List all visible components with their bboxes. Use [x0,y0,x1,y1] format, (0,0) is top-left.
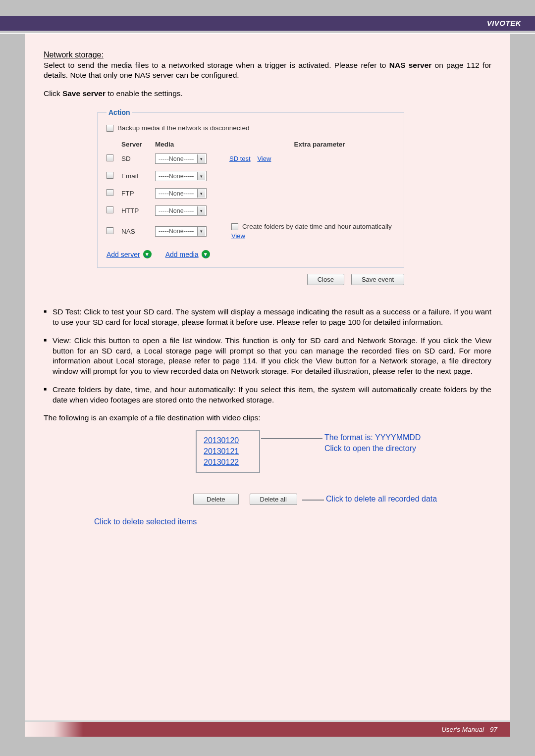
http-media-select[interactable]: -----None----- [155,205,207,216]
dir-link[interactable]: 20130122 [204,458,252,467]
http-label: HTTP [121,207,155,214]
annotation-open-dir: Click to open the directory [324,444,416,453]
footer-page-label: User's Manual - 97 [441,726,497,733]
server-row-sd: SD -----None----- SD test View [107,150,395,167]
sd-checkbox[interactable] [107,154,113,161]
delete-all-button[interactable]: Delete all [250,494,297,505]
nas-checkbox[interactable] [107,227,113,234]
chevron-down-icon [197,206,205,215]
sd-test-link[interactable]: SD test [229,155,251,162]
example-lead: The following is an example of a file de… [44,413,491,423]
server-row-ftp: FTP -----None----- [107,185,395,202]
chevron-down-icon [197,172,205,180]
table-header: Server Media Extra parameter [107,139,395,150]
server-row-email: Email -----None----- [107,167,395,185]
bullet-sd-test: SD Test: Click to test your SD card. The… [44,307,491,328]
annotation-format: The format is: YYYYMMDD [324,433,421,442]
dir-link[interactable]: 20130121 [204,447,252,456]
nas-media-select[interactable]: -----None----- [155,226,207,237]
email-label: Email [121,172,155,180]
action-fieldset: Action Backup media if the network is di… [97,108,404,268]
directory-list-box: 20130120 20130121 20130122 [196,430,260,473]
chevron-down-icon [197,154,205,163]
email-media-select[interactable]: -----None----- [155,171,207,181]
bullet-create-folders: Create folders by date, time, and hour a… [44,385,491,405]
brand-label: VIVOTEK [487,19,521,27]
sd-view-link[interactable]: View [257,155,271,162]
add-server-link[interactable]: Add server [107,250,152,258]
nas-view-link[interactable]: View [231,232,245,240]
chevron-down-icon [197,189,205,198]
ftp-checkbox[interactable] [107,189,113,196]
delete-button[interactable]: Delete [193,494,239,505]
save-event-button[interactable]: Save event [351,274,404,285]
sd-label: SD [121,155,155,162]
annotation-delete-all: Click to delete all recorded data [326,495,437,504]
backup-checkbox[interactable] [107,125,113,132]
network-storage-heading: Network storage: [44,50,491,59]
connector-line [261,438,322,439]
add-media-link[interactable]: Add media [165,250,210,258]
nas-label: NAS [121,228,155,235]
chevron-down-icon [202,250,210,258]
action-legend: Action [107,108,132,116]
nas-create-folders-checkbox[interactable] [231,223,238,230]
sd-media-select[interactable]: -----None----- [155,153,207,164]
server-row-http: HTTP -----None----- [107,202,395,219]
dir-link[interactable]: 20130120 [204,436,252,445]
connector-line [302,500,324,501]
backup-label: Backup media if the network is disconnec… [117,124,249,132]
server-row-nas: NAS -----None----- Create folders by dat… [107,219,395,243]
ftp-label: FTP [121,190,155,197]
nas-create-folders-label: Create folders by date time and hour aut… [242,223,392,230]
chevron-down-icon [143,250,152,258]
http-checkbox[interactable] [107,206,113,213]
intro-paragraph-1: Select to send the media files to a netw… [44,60,491,81]
bullet-view: View: Click this button to open a file l… [44,336,491,377]
annotation-delete-selected: Click to delete selected items [94,517,197,526]
close-button[interactable]: Close [307,274,344,285]
chevron-down-icon [197,227,205,236]
ftp-media-select[interactable]: -----None----- [155,188,207,199]
email-checkbox[interactable] [107,172,113,179]
intro-paragraph-2: Click Save server to enable the settings… [44,89,491,99]
